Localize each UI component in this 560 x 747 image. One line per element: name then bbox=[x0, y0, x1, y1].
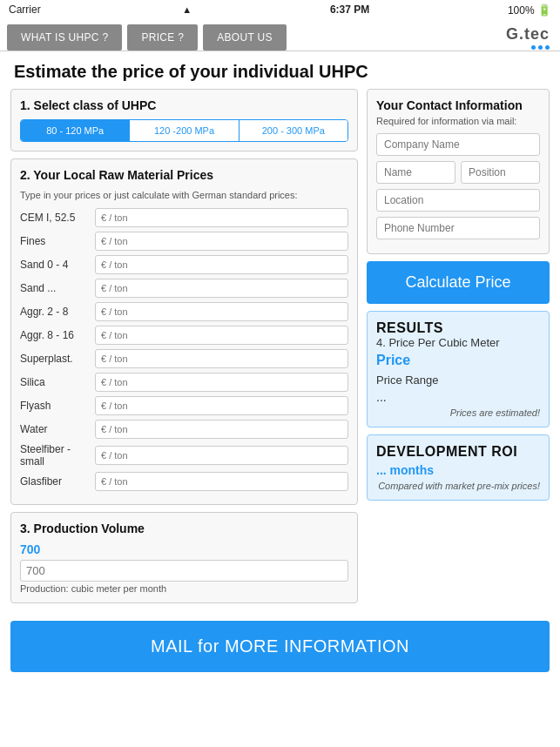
battery-percent: 100% bbox=[508, 4, 535, 17]
logo-dot-2 bbox=[538, 45, 543, 50]
material-rows: CEM I, 52.5FinesSand 0 - 4Sand ...Aggr. … bbox=[20, 208, 348, 491]
tab-what-is-uhpc[interactable]: WHAT IS UHPC ? bbox=[7, 24, 122, 50]
section1-title: 1. Select class of UHPC bbox=[20, 98, 348, 112]
material-row: Glasfiber bbox=[20, 472, 348, 491]
uhpc-btn-200-300[interactable]: 200 - 300 MPa bbox=[239, 120, 347, 141]
tab-price[interactable]: PRICE ? bbox=[127, 24, 198, 50]
results-subtitle: 4. Price Per Cubic Meter bbox=[376, 336, 540, 349]
logo-dot-3 bbox=[545, 45, 550, 50]
mail-btn-wrapper: MAIL for MORE INFORMATION bbox=[0, 610, 560, 683]
material-input-3[interactable] bbox=[95, 279, 348, 298]
material-row: Aggr. 8 - 16 bbox=[20, 326, 348, 345]
logo-text: G.tec bbox=[506, 25, 550, 44]
production-subtitle: Production: cubic meter per month bbox=[20, 583, 348, 594]
left-panel: 1. Select class of UHPC 80 - 120 MPa 120… bbox=[10, 89, 358, 610]
material-label-6: Superplast. bbox=[20, 353, 90, 365]
material-row: Silica bbox=[20, 373, 348, 392]
calculate-price-button[interactable]: Calculate Price bbox=[367, 261, 550, 304]
material-input-7[interactable] bbox=[95, 373, 348, 392]
logo: G.tec bbox=[506, 25, 553, 50]
section-production: 3. Production Volume 700 Production: cub… bbox=[10, 512, 358, 603]
status-bar: Carrier▲ 6:37 PM 100% 🔋 bbox=[0, 0, 560, 19]
contact-section: Your Contact Information Required for in… bbox=[367, 89, 550, 254]
roi-value: ... months bbox=[376, 463, 540, 477]
material-label-5: Aggr. 8 - 16 bbox=[20, 329, 90, 341]
material-label-9: Water bbox=[20, 423, 90, 435]
uhpc-btn-80-120[interactable]: 80 - 120 MPa bbox=[21, 120, 129, 141]
battery-icon: 🔋 bbox=[537, 3, 551, 17]
material-input-11[interactable] bbox=[95, 472, 348, 491]
material-row: Sand 0 - 4 bbox=[20, 255, 348, 274]
section2-subtitle: Type in your prices or just calculate wi… bbox=[20, 189, 348, 201]
section-uhpc-class: 1. Select class of UHPC 80 - 120 MPa 120… bbox=[10, 89, 358, 151]
material-input-5[interactable] bbox=[95, 326, 348, 345]
wifi-icon: ▲ bbox=[182, 4, 192, 15]
material-label-8: Flyash bbox=[20, 400, 90, 412]
material-input-10[interactable] bbox=[95, 446, 348, 465]
results-dots: ... bbox=[376, 390, 540, 404]
contact-title: Your Contact Information bbox=[376, 98, 540, 112]
time-display: 6:37 PM bbox=[330, 3, 369, 16]
material-label-2: Sand 0 - 4 bbox=[20, 259, 90, 271]
results-price: Price bbox=[376, 353, 540, 368]
page-title: Estimate the price of your individual UH… bbox=[0, 51, 560, 89]
material-input-0[interactable] bbox=[95, 208, 348, 227]
main-content: 1. Select class of UHPC 80 - 120 MPa 120… bbox=[0, 89, 560, 610]
mail-for-more-info-button[interactable]: MAIL for MORE INFORMATION bbox=[10, 621, 550, 672]
battery-indicator: 100% 🔋 bbox=[508, 3, 551, 17]
section2-title: 2. Your Local Raw Material Prices bbox=[20, 168, 348, 182]
material-input-6[interactable] bbox=[95, 349, 348, 368]
phone-input[interactable] bbox=[376, 217, 540, 239]
position-input[interactable] bbox=[461, 161, 540, 184]
section-raw-material: 2. Your Local Raw Material Prices Type i… bbox=[10, 158, 358, 505]
material-input-9[interactable] bbox=[95, 420, 348, 439]
material-row: Fines bbox=[20, 232, 348, 251]
uhpc-btn-120-200[interactable]: 120 -200 MPa bbox=[129, 120, 238, 141]
logo-dot-1 bbox=[531, 45, 536, 50]
material-row: CEM I, 52.5 bbox=[20, 208, 348, 227]
material-row: Aggr. 2 - 8 bbox=[20, 302, 348, 321]
material-label-10: Steelfiber - small bbox=[20, 443, 90, 468]
production-input[interactable] bbox=[20, 560, 348, 582]
name-position-row bbox=[376, 161, 540, 184]
roi-title: DEVELOPMENT ROI bbox=[376, 444, 540, 460]
material-row: Water bbox=[20, 420, 348, 439]
roi-box: DEVELOPMENT ROI ... months Compared with… bbox=[367, 434, 550, 501]
production-value: 700 bbox=[20, 542, 348, 556]
material-input-8[interactable] bbox=[95, 396, 348, 415]
material-label-1: Fines bbox=[20, 235, 90, 247]
logo-dots bbox=[531, 45, 550, 50]
nav-bar: WHAT IS UHPC ? PRICE ? ABOUT US G.tec bbox=[0, 19, 560, 51]
uhpc-class-buttons: 80 - 120 MPa 120 -200 MPa 200 - 300 MPa bbox=[20, 119, 348, 142]
material-row: Flyash bbox=[20, 396, 348, 415]
section3-title: 3. Production Volume bbox=[20, 522, 348, 535]
results-box: RESULTS 4. Price Per Cubic Meter Price P… bbox=[367, 311, 550, 427]
results-range-label: Price Range bbox=[376, 374, 540, 387]
company-name-input[interactable] bbox=[376, 133, 540, 156]
carrier-text: Carrier bbox=[9, 3, 41, 16]
location-input[interactable] bbox=[376, 189, 540, 212]
material-label-3: Sand ... bbox=[20, 282, 90, 294]
material-label-4: Aggr. 2 - 8 bbox=[20, 306, 90, 318]
roi-subtitle: Compared with market pre-mix prices! bbox=[376, 481, 540, 491]
material-row: Steelfiber - small bbox=[20, 443, 348, 468]
results-estimated: Prices are estimated! bbox=[376, 407, 540, 418]
nav-tabs-group: WHAT IS UHPC ? PRICE ? ABOUT US bbox=[7, 24, 287, 50]
material-label-7: Silica bbox=[20, 376, 90, 388]
tab-about-us[interactable]: ABOUT US bbox=[203, 24, 287, 50]
results-title: RESULTS bbox=[376, 320, 540, 336]
material-input-1[interactable] bbox=[95, 232, 348, 251]
material-input-4[interactable] bbox=[95, 302, 348, 321]
right-panel: Your Contact Information Required for in… bbox=[367, 89, 550, 610]
material-input-2[interactable] bbox=[95, 255, 348, 274]
material-row: Superplast. bbox=[20, 349, 348, 368]
material-label-0: CEM I, 52.5 bbox=[20, 212, 90, 224]
material-label-11: Glasfiber bbox=[20, 475, 90, 488]
material-row: Sand ... bbox=[20, 279, 348, 298]
name-input[interactable] bbox=[376, 161, 455, 184]
contact-subtitle: Required for information via mail: bbox=[376, 116, 540, 126]
